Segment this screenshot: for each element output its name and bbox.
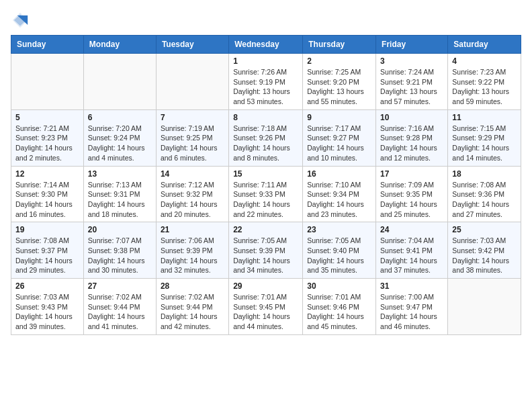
day-number: 11 — [452, 113, 517, 122]
calendar-header-row: SundayMondayTuesdayWednesdayThursdayFrid… — [11, 36, 521, 54]
week-row-5: 26Sunrise: 7:03 AMSunset: 9:43 PMDayligh… — [11, 279, 521, 335]
day-info: Sunrise: 7:04 AMSunset: 9:41 PMDaylight:… — [380, 236, 443, 275]
day-number: 30 — [307, 281, 371, 291]
week-row-4: 19Sunrise: 7:08 AMSunset: 9:37 PMDayligh… — [11, 222, 521, 279]
day-info: Sunrise: 7:07 AMSunset: 9:38 PMDaylight:… — [88, 236, 152, 275]
logo-icon — [11, 11, 30, 30]
day-number: 16 — [307, 169, 371, 179]
day-info: Sunrise: 7:26 AMSunset: 9:19 PMDaylight:… — [233, 67, 298, 107]
day-number: 6 — [88, 113, 152, 122]
day-cell: 27Sunrise: 7:02 AMSunset: 9:44 PMDayligh… — [83, 279, 156, 335]
day-info: Sunrise: 7:12 AMSunset: 9:32 PMDaylight:… — [161, 180, 224, 220]
day-info: Sunrise: 7:25 AMSunset: 9:20 PMDaylight:… — [307, 67, 371, 107]
logo — [11, 11, 32, 30]
day-cell: 19Sunrise: 7:08 AMSunset: 9:37 PMDayligh… — [11, 222, 84, 279]
day-info: Sunrise: 7:05 AMSunset: 9:39 PMDaylight:… — [233, 236, 298, 275]
day-info: Sunrise: 7:16 AMSunset: 9:28 PMDaylight:… — [380, 124, 443, 163]
day-cell: 15Sunrise: 7:11 AMSunset: 9:33 PMDayligh… — [229, 166, 303, 222]
page-header — [11, 11, 521, 30]
day-number: 1 — [233, 56, 298, 66]
day-cell: 5Sunrise: 7:21 AMSunset: 9:23 PMDaylight… — [11, 109, 84, 166]
day-number: 4 — [452, 56, 517, 66]
day-number: 13 — [88, 169, 152, 179]
day-info: Sunrise: 7:17 AMSunset: 9:27 PMDaylight:… — [307, 124, 371, 163]
day-info: Sunrise: 7:05 AMSunset: 9:40 PMDaylight:… — [307, 236, 371, 275]
day-cell: 31Sunrise: 7:00 AMSunset: 9:47 PMDayligh… — [376, 279, 448, 335]
day-number: 26 — [15, 281, 79, 291]
day-info: Sunrise: 7:11 AMSunset: 9:33 PMDaylight:… — [233, 180, 298, 220]
column-header-saturday: Saturday — [448, 36, 521, 54]
day-number: 3 — [380, 56, 443, 66]
day-cell — [11, 54, 84, 110]
day-cell: 1Sunrise: 7:26 AMSunset: 9:19 PMDaylight… — [229, 54, 303, 110]
column-header-friday: Friday — [376, 36, 448, 54]
day-cell: 7Sunrise: 7:19 AMSunset: 9:25 PMDaylight… — [156, 109, 228, 166]
column-header-wednesday: Wednesday — [229, 36, 303, 54]
calendar-table: SundayMondayTuesdayWednesdayThursdayFrid… — [11, 35, 521, 335]
day-number: 22 — [233, 225, 298, 234]
day-cell: 4Sunrise: 7:23 AMSunset: 9:22 PMDaylight… — [448, 54, 521, 110]
day-cell: 21Sunrise: 7:06 AMSunset: 9:39 PMDayligh… — [156, 222, 228, 279]
day-info: Sunrise: 7:24 AMSunset: 9:21 PMDaylight:… — [380, 67, 443, 107]
day-number: 15 — [233, 169, 298, 179]
day-number: 19 — [15, 225, 79, 234]
day-info: Sunrise: 7:02 AMSunset: 9:44 PMDaylight:… — [161, 292, 224, 332]
day-cell: 10Sunrise: 7:16 AMSunset: 9:28 PMDayligh… — [376, 109, 448, 166]
day-cell: 25Sunrise: 7:03 AMSunset: 9:42 PMDayligh… — [448, 222, 521, 279]
day-number: 25 — [452, 225, 517, 234]
day-number: 18 — [452, 169, 517, 179]
day-cell — [83, 54, 156, 110]
day-info: Sunrise: 7:13 AMSunset: 9:31 PMDaylight:… — [88, 180, 152, 220]
day-cell: 12Sunrise: 7:14 AMSunset: 9:30 PMDayligh… — [11, 166, 84, 222]
day-info: Sunrise: 7:15 AMSunset: 9:29 PMDaylight:… — [452, 124, 517, 163]
week-row-2: 5Sunrise: 7:21 AMSunset: 9:23 PMDaylight… — [11, 109, 521, 166]
day-cell: 28Sunrise: 7:02 AMSunset: 9:44 PMDayligh… — [156, 279, 228, 335]
day-number: 31 — [380, 281, 443, 291]
day-info: Sunrise: 7:23 AMSunset: 9:22 PMDaylight:… — [452, 67, 517, 107]
day-info: Sunrise: 7:01 AMSunset: 9:45 PMDaylight:… — [233, 292, 298, 332]
day-info: Sunrise: 7:14 AMSunset: 9:30 PMDaylight:… — [15, 180, 79, 220]
day-number: 29 — [233, 281, 298, 291]
day-info: Sunrise: 7:02 AMSunset: 9:44 PMDaylight:… — [88, 292, 152, 332]
day-cell: 14Sunrise: 7:12 AMSunset: 9:32 PMDayligh… — [156, 166, 228, 222]
day-number: 10 — [380, 113, 443, 122]
day-cell: 17Sunrise: 7:09 AMSunset: 9:35 PMDayligh… — [376, 166, 448, 222]
day-info: Sunrise: 7:01 AMSunset: 9:46 PMDaylight:… — [307, 292, 371, 332]
day-cell: 20Sunrise: 7:07 AMSunset: 9:38 PMDayligh… — [83, 222, 156, 279]
day-number: 21 — [161, 225, 224, 234]
day-cell: 6Sunrise: 7:20 AMSunset: 9:24 PMDaylight… — [83, 109, 156, 166]
day-number: 27 — [88, 281, 152, 291]
day-number: 7 — [161, 113, 224, 122]
day-info: Sunrise: 7:06 AMSunset: 9:39 PMDaylight:… — [161, 236, 224, 275]
day-cell — [156, 54, 228, 110]
day-number: 2 — [307, 56, 371, 66]
day-cell: 11Sunrise: 7:15 AMSunset: 9:29 PMDayligh… — [448, 109, 521, 166]
day-number: 8 — [233, 113, 298, 122]
column-header-sunday: Sunday — [11, 36, 84, 54]
day-info: Sunrise: 7:20 AMSunset: 9:24 PMDaylight:… — [88, 124, 152, 163]
day-cell: 9Sunrise: 7:17 AMSunset: 9:27 PMDaylight… — [303, 109, 376, 166]
day-number: 23 — [307, 225, 371, 234]
column-header-tuesday: Tuesday — [156, 36, 228, 54]
day-number: 24 — [380, 225, 443, 234]
day-info: Sunrise: 7:08 AMSunset: 9:37 PMDaylight:… — [15, 236, 79, 275]
day-cell: 13Sunrise: 7:13 AMSunset: 9:31 PMDayligh… — [83, 166, 156, 222]
day-info: Sunrise: 7:18 AMSunset: 9:26 PMDaylight:… — [233, 124, 298, 163]
day-info: Sunrise: 7:10 AMSunset: 9:34 PMDaylight:… — [307, 180, 371, 220]
day-cell: 26Sunrise: 7:03 AMSunset: 9:43 PMDayligh… — [11, 279, 84, 335]
day-cell: 3Sunrise: 7:24 AMSunset: 9:21 PMDaylight… — [376, 54, 448, 110]
day-cell: 16Sunrise: 7:10 AMSunset: 9:34 PMDayligh… — [303, 166, 376, 222]
day-number: 14 — [161, 169, 224, 179]
column-header-monday: Monday — [83, 36, 156, 54]
day-cell: 8Sunrise: 7:18 AMSunset: 9:26 PMDaylight… — [229, 109, 303, 166]
day-cell: 18Sunrise: 7:08 AMSunset: 9:36 PMDayligh… — [448, 166, 521, 222]
day-info: Sunrise: 7:03 AMSunset: 9:42 PMDaylight:… — [452, 236, 517, 275]
day-cell: 22Sunrise: 7:05 AMSunset: 9:39 PMDayligh… — [229, 222, 303, 279]
day-number: 20 — [88, 225, 152, 234]
day-number: 28 — [161, 281, 224, 291]
day-cell — [448, 279, 521, 335]
day-number: 5 — [15, 113, 79, 122]
day-cell: 29Sunrise: 7:01 AMSunset: 9:45 PMDayligh… — [229, 279, 303, 335]
week-row-1: 1Sunrise: 7:26 AMSunset: 9:19 PMDaylight… — [11, 54, 521, 110]
day-info: Sunrise: 7:19 AMSunset: 9:25 PMDaylight:… — [161, 124, 224, 163]
